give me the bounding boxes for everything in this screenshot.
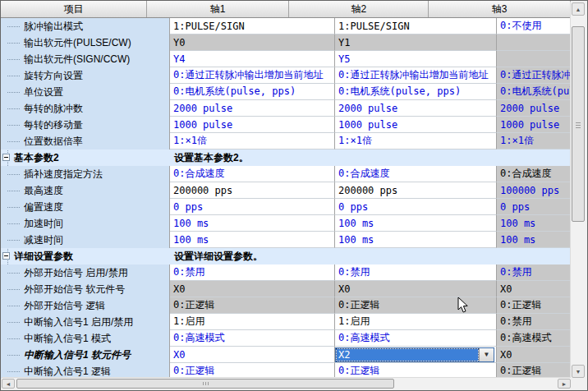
cell-axis2[interactable]: 200000 pps: [335, 182, 497, 199]
cell-axis2[interactable]: 0:合成速度: [335, 166, 497, 182]
cell-axis1[interactable]: 0 pps: [170, 199, 335, 215]
item-label-cell[interactable]: 中断输入信号1 启用/禁用: [1, 314, 170, 330]
cell-axis2[interactable]: X2▼: [335, 347, 497, 363]
cell-axis3[interactable]: 2000 pulse: [497, 100, 571, 117]
cell-axis1[interactable]: 0:高速模式: [170, 330, 335, 347]
cell-axis3[interactable]: X0: [497, 347, 571, 363]
scroll-up-button[interactable]: ▲: [572, 2, 585, 16]
collapse-minus-icon[interactable]: [2, 154, 10, 161]
cell-axis1[interactable]: Y4: [170, 51, 335, 67]
header-axis3-column[interactable]: 轴3: [429, 1, 571, 17]
header-item-column[interactable]: 项目: [1, 1, 147, 17]
cell-axis1[interactable]: 100 ms: [170, 232, 335, 248]
cell-axis1[interactable]: 1:启用: [170, 314, 335, 330]
cell-axis3[interactable]: 0:通过正转脉冲输出增加当前地址: [497, 67, 571, 84]
chevron-down-icon[interactable]: ▼: [479, 348, 494, 361]
cell-axis3[interactable]: 0:电机系统(pulse, pps): [497, 84, 571, 100]
cell-axis2[interactable]: 2000 pulse: [335, 100, 497, 117]
parameter-row: 位置数据倍率1:×1倍1:×1倍1:×1倍: [1, 133, 571, 150]
horizontal-scroll-thumb[interactable]: [16, 379, 394, 389]
scroll-down-button[interactable]: ▼: [572, 365, 585, 378]
item-label-cell[interactable]: 偏置速度: [1, 199, 170, 215]
item-label-cell[interactable]: 旋转方向设置: [1, 67, 170, 84]
cell-axis3[interactable]: 0:不使用: [497, 18, 571, 34]
cell-axis3[interactable]: 0:禁用: [497, 264, 571, 281]
item-label-cell[interactable]: 脉冲输出模式: [1, 18, 170, 34]
cell-axis2[interactable]: 100 ms: [335, 232, 497, 248]
cell-axis2[interactable]: 0:正逻辑: [335, 297, 497, 314]
cell-axis1[interactable]: 1:PULSE/SIGN: [170, 18, 335, 34]
cell-axis1[interactable]: X0: [170, 347, 335, 363]
item-label-cell[interactable]: 外部开始信号 逻辑: [1, 297, 170, 314]
cell-axis1[interactable]: Y0: [170, 34, 335, 51]
cell-axis2[interactable]: Y5: [335, 51, 497, 67]
cell-axis1[interactable]: 0:禁用: [170, 264, 335, 281]
cell-axis1[interactable]: 0:通过正转脉冲输出增加当前地址: [170, 67, 335, 84]
cell-axis1[interactable]: 0:正逻辑: [170, 297, 335, 314]
cell-axis3[interactable]: 100000 pps: [497, 182, 571, 199]
item-label-cell[interactable]: 外部开始信号 软元件号: [1, 281, 170, 297]
cell-axis3[interactable]: 0:高速模式: [497, 330, 571, 347]
cell-axis3[interactable]: X0: [497, 281, 571, 297]
cell-axis3[interactable]: [497, 51, 571, 67]
tree-branch-line: [7, 322, 20, 323]
combobox-edit-area[interactable]: X2: [336, 348, 479, 361]
item-label-cell[interactable]: 单位设置: [1, 84, 170, 100]
cell-axis1[interactable]: 200000 pps: [170, 182, 335, 199]
item-label-cell[interactable]: 外部开始信号 启用/禁用: [1, 264, 170, 281]
combobox-selected-text: X2: [337, 349, 478, 361]
cell-axis3[interactable]: 1000 pulse: [497, 117, 571, 133]
cell-axis3[interactable]: 1:×1倍: [497, 133, 571, 150]
cell-axis3[interactable]: [497, 34, 571, 51]
scroll-left-button[interactable]: ◄: [2, 379, 15, 389]
collapse-minus-icon[interactable]: [2, 252, 10, 260]
section-row: 详细设置参数设置详细设置参数。: [1, 248, 571, 264]
cell-axis1[interactable]: 0:电机系统(pulse, pps): [170, 84, 335, 100]
item-label-cell[interactable]: 减速时间: [1, 232, 170, 248]
item-label-cell[interactable]: 中断输入信号1 软元件号: [1, 347, 170, 363]
cell-axis2[interactable]: 0 pps: [335, 199, 497, 215]
cell-axis3[interactable]: 0:正逻辑: [497, 297, 571, 314]
cell-axis3[interactable]: 0:合成速度: [497, 166, 571, 182]
cell-axis2[interactable]: Y1: [335, 34, 497, 51]
item-label-cell[interactable]: 最高速度: [1, 182, 170, 199]
header-axis2-column[interactable]: 轴2: [289, 1, 429, 17]
vertical-scroll-thumb[interactable]: [572, 26, 585, 222]
cell-axis3[interactable]: 100 ms: [497, 232, 571, 248]
cell-axis2[interactable]: 1000 pulse: [335, 117, 497, 133]
item-label-cell[interactable]: 中断输入信号1 模式: [1, 330, 170, 347]
cell-axis2[interactable]: 1:PULSE/SIGN: [335, 18, 497, 34]
section-label-cell[interactable]: 详细设置参数: [1, 248, 170, 264]
cell-axis3[interactable]: 100 ms: [497, 215, 571, 232]
horizontal-scrollbar[interactable]: ◄ ►: [2, 377, 571, 389]
cell-axis1[interactable]: 2000 pulse: [170, 100, 335, 117]
device-number-combobox[interactable]: X2▼: [335, 347, 494, 362]
cell-axis2[interactable]: 100 ms: [335, 215, 497, 232]
cell-axis2[interactable]: 0:禁用: [335, 264, 497, 281]
cell-axis1[interactable]: X0: [170, 281, 335, 297]
vertical-scrollbar[interactable]: ▲ ▼: [570, 2, 586, 379]
item-label-cell[interactable]: 每转的脉冲数: [1, 100, 170, 117]
cell-axis2[interactable]: 0:电机系统(pulse, pps): [335, 84, 497, 100]
cell-axis3[interactable]: 0 pps: [497, 199, 571, 215]
item-label-cell[interactable]: 加速时间: [1, 215, 170, 232]
cell-axis1[interactable]: 1:×1倍: [170, 133, 335, 150]
thumb-grip: [576, 125, 581, 126]
cell-axis1[interactable]: 0:合成速度: [170, 166, 335, 182]
cell-axis2[interactable]: X0: [335, 281, 497, 297]
item-label-cell[interactable]: 输出软元件(PULSE/CW): [1, 34, 170, 51]
item-label-cell[interactable]: 输出软元件(SIGN/CCW): [1, 51, 170, 67]
item-label-cell[interactable]: 插补速度指定方法: [1, 166, 170, 182]
item-label-cell[interactable]: 每转的移动量: [1, 117, 170, 133]
cell-axis1[interactable]: 100 ms: [170, 215, 335, 232]
cell-axis3[interactable]: 0:禁用: [497, 314, 571, 330]
cell-axis2[interactable]: 1:启用: [335, 314, 497, 330]
cell-axis1[interactable]: 1000 pulse: [170, 117, 335, 133]
header-axis1-column[interactable]: 轴1: [147, 1, 290, 17]
item-label-cell[interactable]: 位置数据倍率: [1, 133, 170, 150]
scroll-right-button[interactable]: ►: [558, 379, 571, 389]
cell-axis2[interactable]: 0:高速模式: [335, 330, 497, 347]
section-label-cell[interactable]: 基本参数2: [1, 150, 170, 166]
cell-axis2[interactable]: 0:通过正转脉冲输出增加当前地址: [335, 67, 497, 84]
cell-axis2[interactable]: 1:×1倍: [335, 133, 497, 150]
